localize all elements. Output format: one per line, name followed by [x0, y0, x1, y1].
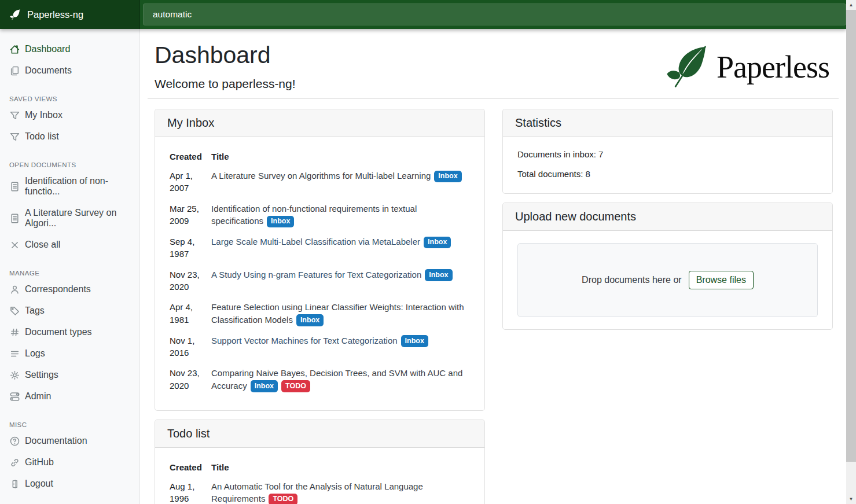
scrollbar-thumb[interactable] — [846, 10, 856, 462]
tag-badge-inbox: Inbox — [434, 171, 461, 183]
document-title-link[interactable]: Feature Selection using Linear Classifie… — [211, 302, 464, 324]
document-created-date: Apr 4, 1981 — [170, 299, 211, 332]
person-icon — [9, 284, 20, 295]
table-row: Apr 4, 1981Feature Selection using Linea… — [170, 299, 470, 332]
column-header-created: Created — [170, 460, 211, 478]
inbox-table: Created Title Apr 1, 2007A Literature Su… — [170, 149, 470, 398]
todo-list-card: Todo list Created Title Aug 1, 1996An Au… — [155, 420, 485, 504]
filter-icon — [9, 131, 20, 142]
my-inbox-card: My Inbox Created Title Apr 1, 2007A Lite… — [155, 109, 485, 411]
stat-total-documents: Total documents: 8 — [517, 169, 818, 179]
table-row: Apr 1, 2007A Literature Survey on Algori… — [170, 167, 470, 200]
link-icon — [9, 457, 20, 468]
sidebar-item-label: My Inbox — [25, 110, 63, 120]
card-title-upload: Upload new documents — [503, 203, 832, 231]
sidebar-item-logout[interactable]: Logout — [0, 474, 139, 494]
filter-icon — [9, 110, 20, 120]
dropzone-text: Drop documents here or — [582, 275, 682, 285]
header-divider — [148, 98, 839, 99]
scrollbar-down-arrow[interactable]: ▼ — [846, 494, 856, 504]
scrollbar-up-arrow[interactable]: ▲ — [846, 0, 856, 10]
document-created-date: Mar 25, 2009 — [170, 200, 211, 233]
window-scrollbar[interactable]: ▲ ▼ — [846, 0, 856, 504]
upload-dropzone[interactable]: Drop documents here or Browse files — [517, 243, 818, 317]
x-icon — [9, 240, 20, 250]
sidebar-item-label: Logs — [25, 348, 45, 359]
document-created-date: Nov 23, 2020 — [170, 365, 211, 398]
sidebar-item-label: Document types — [25, 327, 92, 337]
table-row: Nov 23, 2020Comparing Naive Bayes, Decis… — [170, 365, 470, 398]
sidebar-item-identification-of-non-functio[interactable]: Identification of non-functio... — [0, 171, 139, 201]
card-title-my-inbox: My Inbox — [155, 109, 484, 137]
document-created-date: Sep 4, 1987 — [170, 233, 211, 266]
document-title-link[interactable]: Identification of non-functional require… — [211, 204, 417, 226]
door-icon — [9, 479, 20, 489]
browse-files-button[interactable]: Browse files — [689, 271, 754, 289]
sidebar-item-a-literature-survey-on-algori[interactable]: A Literature Survey on Algori... — [0, 203, 139, 233]
sidebar-item-label: Identification of non-functio... — [25, 176, 130, 197]
table-row: Nov 23, 2020A Study Using n-gram Feature… — [170, 266, 470, 299]
sidebar-item-logs[interactable]: Logs — [0, 344, 139, 363]
tag-icon — [9, 306, 20, 316]
sidebar-item-github[interactable]: GitHub — [0, 453, 139, 472]
document-title-link[interactable]: An Automatic Tool for the Analysis of Na… — [211, 481, 423, 503]
section-heading-misc: MISC — [0, 418, 139, 431]
document-title-link[interactable]: Comparing Naive Bayes, Decision Trees, a… — [211, 368, 462, 390]
sidebar-item-label: Close all — [25, 240, 60, 250]
sidebar-item-label: Tags — [25, 306, 45, 316]
sidebar-item-dashboard[interactable]: Dashboard — [0, 39, 139, 59]
main-content: Dashboard Welcome to paperless-ng! Paper… — [141, 29, 846, 504]
search-input[interactable] — [143, 3, 846, 25]
logo-leaf-icon — [666, 43, 711, 91]
sidebar-item-close-all[interactable]: Close all — [0, 235, 139, 255]
section-heading-open-documents: OPEN DOCUMENTS — [0, 158, 139, 171]
home-icon — [9, 44, 20, 54]
tag-badge-inbox: Inbox — [425, 269, 452, 281]
document-title-link[interactable]: Large Scale Multi-Label Classification v… — [211, 237, 420, 247]
sidebar-item-label: Logout — [25, 479, 53, 489]
sidebar-item-documentation[interactable]: Documentation — [0, 431, 139, 451]
logo-wordmark: Paperless — [717, 49, 829, 85]
sidebar-item-documents[interactable]: Documents — [0, 61, 139, 80]
sidebar-item-label: Documentation — [25, 436, 87, 446]
paperless-leaf-icon — [9, 9, 21, 21]
sidebar-item-document-types[interactable]: Document types — [0, 322, 139, 342]
document-created-date: Apr 1, 2007 — [170, 167, 211, 200]
tag-badge-todo: TODO — [281, 380, 310, 392]
document-title-link[interactable]: Support Vector Machines for Text Categor… — [211, 336, 398, 345]
document-created-date: Nov 1, 2016 — [170, 332, 211, 365]
sidebar-item-my-inbox[interactable]: My Inbox — [0, 105, 139, 125]
table-row: Aug 1, 1996An Automatic Tool for the Ana… — [170, 478, 470, 504]
sidebar-item-label: Settings — [25, 370, 58, 380]
tag-badge-inbox: Inbox — [296, 314, 324, 326]
stat-documents-in-inbox: Documents in inbox: 7 — [517, 149, 818, 159]
top-navbar: Paperless-ng — [0, 0, 846, 29]
sidebar-item-label: Dashboard — [25, 44, 70, 54]
sidebar-item-tags[interactable]: Tags — [0, 301, 139, 321]
hash-icon — [9, 327, 20, 337]
document-title-link[interactable]: A Literature Survey on Algorithms for Mu… — [211, 171, 431, 181]
column-header-title: Title — [211, 149, 470, 167]
file-text-icon — [9, 181, 20, 192]
sidebar-item-admin[interactable]: Admin — [0, 387, 139, 406]
column-header-title: Title — [211, 460, 470, 478]
brand-link[interactable]: Paperless-ng — [0, 0, 140, 29]
table-row: Nov 1, 2016Support Vector Machines for T… — [170, 332, 470, 365]
card-title-statistics: Statistics — [503, 109, 832, 137]
brand-label: Paperless-ng — [27, 9, 83, 20]
sidebar-item-label: Todo list — [25, 131, 59, 142]
sidebar-item-todo-list[interactable]: Todo list — [0, 127, 139, 146]
statistics-card: Statistics Documents in inbox: 7 Total d… — [502, 109, 833, 194]
section-heading-manage: MANAGE — [0, 266, 139, 279]
document-title-link[interactable]: A Study Using n-gram Features for Text C… — [211, 270, 421, 279]
tag-badge-inbox: Inbox — [424, 237, 451, 249]
section-heading-saved-views: SAVED VIEWS — [0, 92, 139, 105]
paperless-logo: Paperless — [666, 43, 829, 91]
sidebar-item-settings[interactable]: Settings — [0, 365, 139, 385]
sidebar-item-correspondents[interactable]: Correspondents — [0, 279, 139, 299]
sidebar-item-label: GitHub — [25, 457, 54, 468]
copy-icon — [9, 65, 20, 76]
sidebar-item-label: Admin — [25, 391, 51, 402]
sidebar-nav: DashboardDocumentsSAVED VIEWSMy InboxTod… — [0, 29, 140, 504]
list-icon — [9, 348, 20, 359]
